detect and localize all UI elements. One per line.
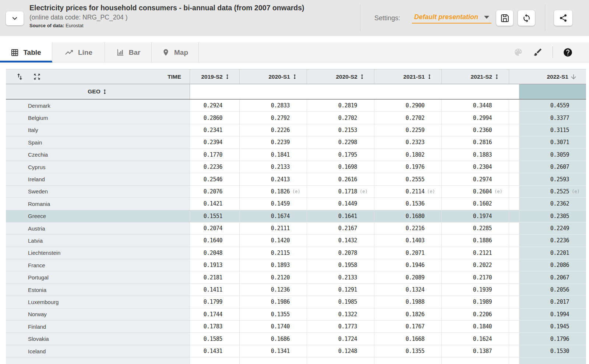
value-cell: 0.1674 — [239, 210, 307, 222]
value-cell: 0.2056 — [519, 284, 586, 296]
cell-value: 0.1411 — [204, 286, 222, 293]
column-header-2022-S1[interactable]: 2022-S1 — [509, 69, 586, 84]
sort-updown-icon — [102, 89, 108, 95]
value-cell: 0.2086 — [519, 259, 586, 271]
cell-value: 0.1341 — [271, 348, 290, 354]
column-label: 2020-S2 — [336, 74, 357, 80]
value-cell — [190, 357, 239, 364]
column-header-2019-S2[interactable]: 2019-S2 — [190, 69, 239, 84]
cell-value: 0.1624 — [473, 336, 492, 342]
value-cell: 0.1840 — [441, 321, 509, 333]
value-cell: 0.2616 — [307, 173, 374, 185]
value-cell: 0.1826(e) — [239, 186, 307, 198]
cell-value: 0.1536 — [406, 200, 424, 207]
value-cell: 0.2201 — [519, 247, 586, 259]
palette-button[interactable] — [514, 47, 523, 57]
table-row-partial — [6, 357, 586, 364]
tab-line[interactable]: Line — [52, 42, 105, 63]
cell-value: 0.1767 — [406, 323, 424, 330]
customize-button[interactable] — [533, 47, 543, 57]
sort-updown-icon — [292, 74, 298, 80]
value-cell: 0.1668 — [374, 333, 441, 345]
column-gap — [509, 186, 519, 198]
sort-rows-button[interactable] — [15, 72, 24, 81]
tab-map[interactable]: Map — [152, 42, 199, 63]
tab-table[interactable]: Table — [0, 42, 52, 63]
cell-value: 0.2702 — [406, 115, 424, 121]
help-button[interactable] — [563, 47, 573, 57]
table-row-czechia: Czechia0.17700.18410.17950.18020.18830.3… — [6, 149, 586, 161]
value-cell: 0.1530 — [519, 345, 586, 357]
row-label: Slovakia — [6, 333, 190, 345]
collapse-header-button[interactable] — [6, 11, 24, 25]
expand-table-button[interactable] — [33, 73, 41, 81]
row-label: Italy — [6, 124, 190, 136]
table-row-luxembourg: Luxembourg0.17990.19860.19850.19880.1989… — [6, 296, 586, 308]
value-cell: 0.3059 — [519, 149, 586, 161]
share-button[interactable] — [554, 10, 572, 26]
value-cell: 0.2285 — [441, 222, 509, 235]
caret-down-icon — [484, 16, 489, 19]
value-cell: 0.1403 — [374, 235, 441, 247]
column-label: 2021-S2 — [470, 74, 492, 80]
cell-value: 0.1770 — [204, 151, 222, 158]
table-row-romania: Romania0.14210.14590.14490.15360.16020.2… — [6, 198, 586, 210]
value-cell: 0.1783 — [190, 321, 239, 333]
column-gap — [509, 357, 519, 364]
value-cell: 0.2076 — [190, 186, 239, 198]
value-cell: 0.3448 — [441, 100, 509, 112]
column-header-2020-S1[interactable]: 2020-S1 — [239, 69, 307, 84]
cell-value: 0.1403 — [406, 237, 424, 244]
presentation-select[interactable]: Default presentation — [412, 13, 491, 24]
cell-flag: (e) — [424, 189, 441, 194]
column-header-2021-S2[interactable]: 2021-S2 — [441, 69, 509, 84]
value-cell: 0.1740 — [239, 321, 307, 333]
cell-value: 0.2323 — [406, 139, 424, 146]
value-cell: 0.2974 — [441, 173, 509, 185]
value-cell: 0.2555 — [374, 173, 441, 185]
row-label: Luxembourg — [6, 296, 190, 308]
column-gap — [509, 222, 519, 235]
cell-value: 0.1841 — [271, 151, 290, 158]
cell-value: 0.1236 — [271, 286, 290, 293]
save-view-button[interactable] — [496, 10, 513, 26]
value-cell: 0.2860 — [190, 112, 239, 124]
value-cell: 0.1324 — [374, 284, 441, 296]
cell-value: 0.1602 — [473, 200, 492, 207]
swap-vert-icon — [15, 72, 24, 81]
cell-value: 0.1585 — [204, 336, 222, 342]
value-cell: 0.1355 — [239, 308, 307, 321]
value-cell: 0.1624 — [441, 333, 509, 345]
value-cell: 0.2153 — [307, 124, 374, 136]
row-label: Sweden — [6, 186, 190, 198]
value-cell: 0.2120 — [239, 271, 307, 283]
reset-view-button[interactable] — [518, 10, 535, 26]
value-cell: 0.1985 — [307, 296, 374, 308]
table-row-spain: Spain0.23940.22390.22980.23230.28160.307… — [6, 136, 586, 149]
cell-value: 0.2181 — [204, 274, 222, 281]
cell-value: 0.1799 — [204, 299, 222, 305]
tab-label: Table — [23, 49, 41, 57]
value-cell: 0.1773 — [307, 321, 374, 333]
geo-row-filler — [190, 84, 509, 99]
column-gap — [509, 84, 519, 99]
row-label: Ireland — [6, 173, 190, 185]
cell-value: 0.1668 — [406, 336, 424, 342]
cell-value: 0.2362 — [550, 200, 569, 207]
time-dimension-label: TIME — [167, 74, 181, 80]
cell-value: 0.2056 — [550, 286, 569, 293]
column-header-2021-S1[interactable]: 2021-S1 — [374, 69, 441, 84]
cell-value: 0.1946 — [406, 262, 424, 268]
value-cell: 0.2593 — [519, 173, 586, 185]
cell-value: 0.2792 — [271, 115, 290, 121]
tab-bar[interactable]: Bar — [105, 42, 152, 63]
row-label: Greece — [6, 210, 190, 222]
refresh-icon — [522, 14, 531, 23]
value-cell: 0.1680 — [374, 210, 441, 222]
row-label: Romania — [6, 198, 190, 210]
geo-dimension-header[interactable]: GEO — [6, 84, 190, 99]
cell-value: 0.1432 — [338, 237, 357, 244]
header-bar: Electricity prices for household consume… — [0, 0, 589, 36]
settings-label: Settings: — [374, 14, 400, 22]
column-header-2020-S2[interactable]: 2020-S2 — [307, 69, 374, 84]
